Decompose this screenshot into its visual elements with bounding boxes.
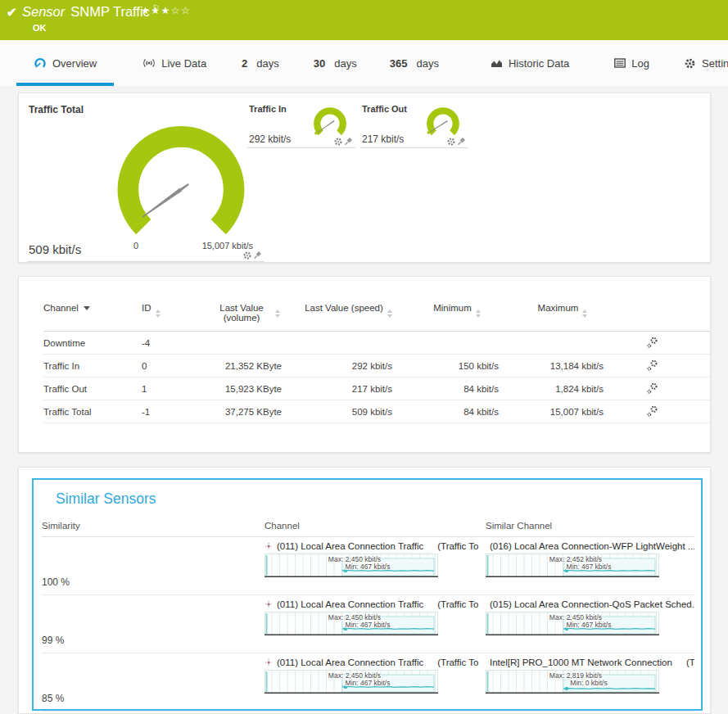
move-icon[interactable] [265, 542, 273, 550]
tab-settings[interactable]: Settings [671, 40, 728, 86]
table-row-downtime: Downtime -4 [43, 332, 710, 355]
similarity-value: 85 % [42, 693, 265, 711]
channel-link[interactable]: (015) Local Area Connection-QoS Packet S… [486, 599, 694, 609]
tab-days-word: days [256, 57, 278, 70]
tab-30-days[interactable]: 30 days [302, 40, 369, 86]
gear-icon [684, 57, 696, 70]
channel-link[interactable]: (011) Local Area Connection Traffic(Traf… [265, 658, 486, 667]
tab-label: Live Data [161, 57, 206, 70]
move-icon[interactable] [265, 600, 273, 608]
tab-days-word: days [416, 57, 438, 70]
svg-text:Min: 467 kbit/s: Min: 467 kbit/s [346, 679, 391, 687]
mini-graph[interactable]: Max: 2,450 kbit/s Min: 467 kbit/s [486, 612, 659, 635]
cell-channel: Downtime [43, 338, 142, 348]
gauge-tile-traffic-in: Traffic In 292 kbit/s [247, 104, 355, 148]
channel-link[interactable]: Intel[R] PRO_1000 MT Network Connection(… [486, 658, 694, 667]
gauge-tools[interactable] [445, 137, 467, 147]
edit-channel-icon[interactable] [646, 405, 658, 418]
channel-table-header: Channel ID Last Value (volume) Last Valu… [43, 303, 710, 332]
sort-icons [476, 310, 481, 318]
channel-link[interactable]: (016) Local Area Connection-WFP LightWei… [486, 541, 694, 551]
tab-bar: Overview Live Data 2 days 30 days 365 da… [0, 40, 728, 86]
similar-row: 99 % (011) Local Area Connection Traffic… [42, 595, 694, 653]
col-header-volume[interactable]: Last Value (volume) [199, 303, 293, 323]
similar-sensors-box: Similar Sensors Similarity Channel Simil… [32, 478, 703, 711]
tab-live-data[interactable]: Live Data [125, 40, 224, 86]
gauge-needle [141, 183, 189, 219]
tab-overview[interactable]: Overview [16, 40, 114, 86]
tab-365-days[interactable]: 365 days [378, 40, 450, 86]
gauge-current-value: 217 kbit/s [362, 133, 404, 145]
cell-id: 0 [142, 361, 199, 371]
tab-2-days[interactable]: 2 days [230, 40, 291, 86]
gauge-title: Traffic Out [362, 104, 407, 114]
channel-cell: (011) Local Area Connection Traffic(Traf… [265, 653, 486, 711]
table-row-traffic-in: Traffic In 0 21,352 KByte 292 kbit/s 150… [43, 355, 710, 377]
similar-row: 85 % (011) Local Area Connection Traffic… [42, 653, 694, 712]
similar-row: 100 % (011) Local Area Connection Traffi… [42, 537, 694, 595]
stars-filled[interactable]: ★★★ [141, 5, 171, 16]
channel-link[interactable]: (011) Local Area Connection Traffic(Traf… [265, 599, 486, 609]
chart-icon [491, 58, 503, 68]
status-ok-check-icon: ✔ [7, 5, 17, 20]
cell-channel: Traffic Total [43, 407, 142, 417]
pin-icon [459, 138, 466, 145]
similar-channel-cell: (016) Local Area Connection-WFP LightWei… [486, 537, 694, 594]
col-header-speed[interactable]: Last Value (speed) [293, 303, 404, 318]
move-icon[interactable] [265, 658, 273, 667]
similar-sensors-title: Similar Sensors [56, 490, 701, 508]
traffic-total-gauge [103, 115, 259, 247]
tab-days-number: 30 [314, 57, 325, 70]
gauge-title: Traffic In [249, 104, 287, 114]
gear-icon [245, 253, 251, 259]
gauge-tools[interactable] [332, 137, 354, 147]
tab-days-number: 2 [242, 57, 247, 70]
svg-text:Min: 467 kbit/s: Min: 467 kbit/s [346, 563, 391, 571]
gear-icon [449, 139, 454, 145]
col-header-maximum[interactable]: Maximum [510, 303, 615, 318]
edit-channel-icon[interactable] [646, 382, 658, 395]
tab-log[interactable]: Log [601, 40, 662, 86]
cell-id: -4 [142, 338, 199, 348]
svg-text:Min: 467 kbit/s: Min: 467 kbit/s [346, 621, 391, 629]
col-header-id[interactable]: ID [142, 303, 199, 318]
gauge-current-value: 509 kbit/s [29, 242, 81, 256]
similarity-value: 100 % [42, 576, 265, 594]
pin-icon [255, 251, 262, 259]
table-row-traffic-out: Traffic Out 1 15,923 KByte 217 kbit/s 84… [43, 377, 710, 400]
cell-channel: Traffic In [43, 361, 142, 371]
col-header-similar-channel: Similar Channel [486, 521, 694, 531]
gauge-tools[interactable] [242, 251, 263, 260]
similar-table-header: Similarity Channel Similar Channel [42, 521, 694, 537]
similarity-value: 99 % [42, 635, 265, 653]
sort-desc-icon [84, 306, 90, 310]
pin-icon [346, 138, 353, 145]
edit-channel-icon[interactable] [646, 359, 658, 372]
mini-graph[interactable]: Max: 2,450 kbit/s Min: 467 kbit/s [265, 612, 438, 635]
tab-label: Settings [702, 57, 728, 70]
col-header-channel[interactable]: Channel [43, 303, 142, 313]
gauge-tile-traffic-out: Traffic Out 217 kbit/s [360, 104, 468, 148]
gauge-tile-traffic-total: Traffic Total 509 kbit/s 0 15,007 kbit/s [27, 100, 265, 262]
gauge-title: Traffic Total [29, 104, 84, 115]
tab-days-number: 365 [390, 57, 408, 70]
mini-graph[interactable]: Max: 2,452 kbit/s Min: 467 kbit/s [486, 554, 659, 577]
similar-sensors-table: Similarity Channel Similar Channel 100 %… [42, 521, 694, 712]
mini-graph[interactable]: Max: 2,450 kbit/s Min: 467 kbit/s [265, 670, 438, 694]
sort-icons [275, 310, 280, 318]
stars-empty[interactable]: ☆☆ [171, 5, 192, 16]
gauges-panel: Traffic Total 509 kbit/s 0 15,007 kbit/s… [18, 93, 711, 263]
similar-channel-cell: Intel[R] PRO_1000 MT Network Connection(… [486, 653, 694, 711]
col-header-minimum[interactable]: Minimum [404, 303, 510, 318]
table-row-traffic-total: Traffic Total -1 37,275 KByte 509 kbit/s… [43, 400, 710, 423]
tab-label: Log [631, 57, 649, 70]
mini-graph[interactable]: Max: 2,819 kbit/s Min: 0 kbit/s [486, 670, 659, 694]
edit-channel-icon[interactable] [646, 337, 658, 349]
similar-sensors-panel: Similar Sensors Similarity Channel Simil… [18, 467, 711, 714]
priority-stars[interactable]: ★★★☆☆ [141, 5, 191, 16]
prtg-sensor-page: ✔ SensorSNMP Traffic⚐ ★★★☆☆ OK Overview … [0, 0, 728, 714]
channel-link[interactable]: (011) Local Area Connection Traffic(Traf… [265, 541, 486, 551]
mini-graph[interactable]: Max: 2,450 kbit/s Min: 467 kbit/s [265, 554, 438, 577]
tab-historic-data[interactable]: Historic Data [473, 40, 586, 86]
gear-icon [336, 139, 341, 145]
